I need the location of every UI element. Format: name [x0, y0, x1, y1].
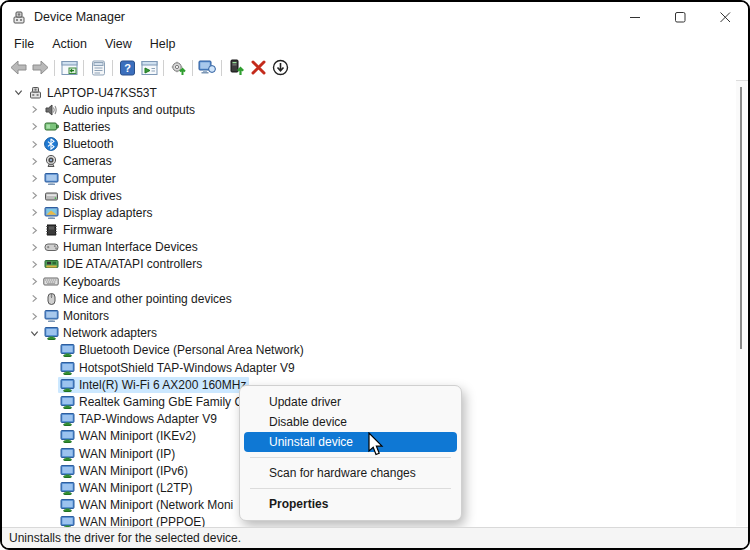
disable-device-icon[interactable] [269, 57, 291, 79]
toolbar-separator [221, 60, 222, 76]
minimize-button[interactable] [613, 2, 658, 32]
show-console-tree-icon[interactable] [58, 57, 80, 79]
tree-item-network-adapters[interactable]: Network adapters [2, 325, 736, 342]
tree-item-label: Batteries [63, 120, 110, 134]
tree-item-label: Computer [63, 172, 116, 186]
network-adapter-icon [59, 360, 75, 376]
chevron-collapsed-icon[interactable] [26, 222, 42, 238]
chevron-spacer [42, 377, 58, 393]
help-icon[interactable]: ? [116, 57, 138, 79]
tree-item-label: Realtek Gaming GbE Family Co [79, 395, 250, 409]
network-adapter-icon [59, 342, 75, 358]
chevron-expanded-icon[interactable] [10, 85, 26, 101]
scrollbar-thumb[interactable] [740, 87, 742, 349]
tree-item-laptop-u47ks53t[interactable]: LAPTOP-U47KS53T [2, 84, 736, 101]
tree-item-computer[interactable]: Computer [2, 170, 736, 187]
tree-item-label: WAN Miniport (IPv6) [79, 464, 188, 478]
chevron-collapsed-icon[interactable] [26, 119, 42, 135]
window-title: Device Manager [34, 10, 125, 24]
scan-hardware-icon[interactable] [167, 57, 189, 79]
vertical-scrollbar[interactable] [736, 81, 747, 526]
network-adapter-icon [59, 377, 75, 393]
tree-item-batteries[interactable]: Batteries [2, 118, 736, 135]
chevron-spacer [42, 394, 58, 410]
context-menu-item-uninstall-device[interactable]: Uninstall device [244, 432, 457, 452]
keyboard-icon [43, 274, 59, 290]
tree-item-bluetooth-device-personal-area-network[interactable]: Bluetooth Device (Personal Area Network) [2, 342, 736, 359]
remote-computer-icon[interactable] [196, 57, 218, 79]
context-menu-item-properties[interactable]: Properties [244, 494, 457, 514]
title-bar: Device Manager [2, 2, 748, 32]
toolbar: ? [2, 55, 748, 81]
device-manager-window: Device Manager FileActionViewHelp ? LAPT… [0, 0, 750, 550]
tree-item-label: Bluetooth Device (Personal Area Network) [79, 343, 304, 357]
network-adapter-icon [59, 497, 75, 513]
tree-item-label: WAN Miniport (IP) [79, 447, 175, 461]
chevron-spacer [42, 463, 58, 479]
tree-item-ide-ata-atapi-controllers[interactable]: IDE ATA/ATAPI controllers [2, 256, 736, 273]
chevron-collapsed-icon[interactable] [26, 291, 42, 307]
maximize-button[interactable] [658, 2, 703, 32]
menu-bar: FileActionViewHelp [2, 32, 748, 55]
tree-item-mice-and-other-pointing-devices[interactable]: Mice and other pointing devices [2, 290, 736, 307]
tree-item-label: Cameras [63, 154, 112, 168]
context-menu-item-update-driver[interactable]: Update driver [244, 392, 457, 412]
menubar-item-view[interactable]: View [96, 35, 141, 53]
tree-item-disk-drives[interactable]: Disk drives [2, 187, 736, 204]
tree-item-firmware[interactable]: Firmware [2, 222, 736, 239]
network-icon [43, 325, 59, 341]
chevron-spacer [42, 480, 58, 496]
forward-arrow-icon[interactable] [29, 57, 51, 79]
tree-item-cameras[interactable]: Cameras [2, 153, 736, 170]
chevron-spacer [42, 514, 58, 527]
tree-item-monitors[interactable]: Monitors [2, 307, 736, 324]
chevron-collapsed-icon[interactable] [26, 136, 42, 152]
context-menu-item-scan-for-hardware-changes[interactable]: Scan for hardware changes [244, 463, 457, 483]
tree-item-label: IDE ATA/ATAPI controllers [63, 257, 202, 271]
chevron-expanded-icon[interactable] [26, 325, 42, 341]
tree-item-label: WAN Miniport (Network Moni [79, 498, 233, 512]
tree-item-label: Intel(R) Wi-Fi 6 AX200 160MHz [79, 378, 246, 392]
tree-item-display-adapters[interactable]: Display adapters [2, 204, 736, 221]
chevron-collapsed-icon[interactable] [26, 274, 42, 290]
close-button[interactable] [703, 2, 748, 32]
chevron-collapsed-icon[interactable] [26, 256, 42, 272]
update-driver-icon[interactable] [225, 57, 247, 79]
chevron-collapsed-icon[interactable] [26, 188, 42, 204]
tree-item-label: HotspotShield TAP-Windows Adapter V9 [79, 361, 295, 375]
tree-item-keyboards[interactable]: Keyboards [2, 273, 736, 290]
toolbar-separator [83, 60, 84, 76]
tree-item-audio-inputs-and-outputs[interactable]: Audio inputs and outputs [2, 101, 736, 118]
chevron-collapsed-icon[interactable] [26, 171, 42, 187]
chevron-collapsed-icon[interactable] [26, 153, 42, 169]
tree-item-hotspotshield-tap-windows-adapter-v9[interactable]: HotspotShield TAP-Windows Adapter V9 [2, 359, 736, 376]
network-adapter-icon [59, 463, 75, 479]
battery-icon [43, 119, 59, 135]
uninstall-device-icon[interactable] [247, 57, 269, 79]
status-text: Uninstalls the driver for the selected d… [9, 531, 241, 545]
tree-item-bluetooth[interactable]: Bluetooth [2, 136, 736, 153]
back-arrow-icon[interactable] [7, 57, 29, 79]
chevron-collapsed-icon[interactable] [26, 205, 42, 221]
chevron-spacer [42, 428, 58, 444]
tree-item-label: WAN Miniport (PPPOE) [79, 515, 205, 527]
chevron-collapsed-icon[interactable] [26, 102, 42, 118]
menubar-item-action[interactable]: Action [43, 35, 96, 53]
tree-item-human-interface-devices[interactable]: Human Interface Devices [2, 239, 736, 256]
monitor-icon [43, 171, 59, 187]
display-icon [43, 205, 59, 221]
action-pane-icon[interactable] [138, 57, 160, 79]
ide-icon [43, 256, 59, 272]
tree-item-label: Monitors [63, 309, 109, 323]
bluetooth-icon [43, 136, 59, 152]
chevron-collapsed-icon[interactable] [26, 308, 42, 324]
chevron-spacer [42, 360, 58, 376]
monitor-icon [43, 308, 59, 324]
network-adapter-icon [59, 480, 75, 496]
menubar-item-file[interactable]: File [5, 35, 43, 53]
chevron-collapsed-icon[interactable] [26, 239, 42, 255]
properties-list-icon[interactable] [87, 57, 109, 79]
context-menu-item-disable-device[interactable]: Disable device [244, 412, 457, 432]
menubar-item-help[interactable]: Help [141, 35, 185, 53]
network-adapter-icon [59, 428, 75, 444]
